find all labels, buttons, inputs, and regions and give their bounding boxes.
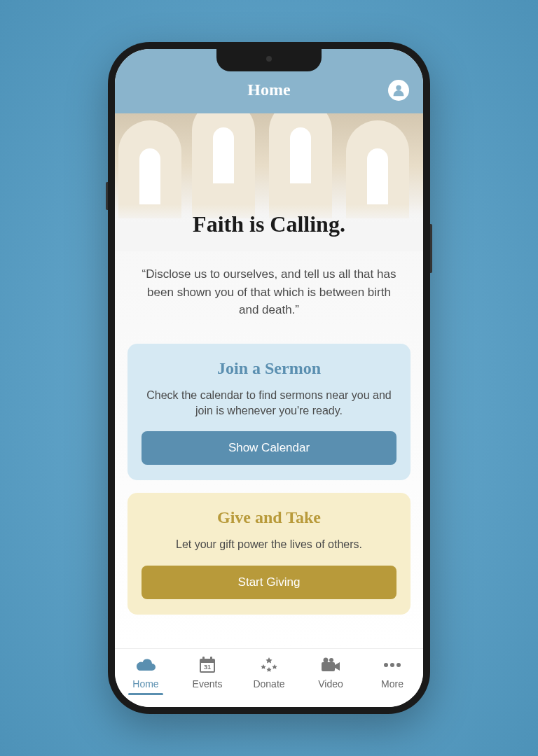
svg-rect-8 xyxy=(322,662,335,671)
svg-point-7 xyxy=(329,658,333,662)
start-giving-button[interactable]: Start Giving xyxy=(142,566,396,599)
hero-image xyxy=(115,113,423,218)
tab-events[interactable]: 31 Events xyxy=(177,656,238,690)
svg-point-10 xyxy=(390,663,394,667)
svg-rect-4 xyxy=(202,657,205,660)
svg-text:31: 31 xyxy=(204,664,211,671)
give-card-title: Give and Take xyxy=(142,508,396,527)
calendar-icon: 31 xyxy=(197,656,218,674)
show-calendar-button[interactable]: Show Calendar xyxy=(142,431,396,465)
hero-title: Faith is Calling. xyxy=(115,204,423,251)
main-content: Faith is Calling. “Disclose us to oursel… xyxy=(115,113,423,648)
give-card-text: Let your gift power the lives of others. xyxy=(142,537,396,552)
svg-point-0 xyxy=(396,85,401,90)
video-icon xyxy=(320,656,341,674)
tab-label: Video xyxy=(318,678,343,690)
sermon-card: Join a Sermon Check the calendar to find… xyxy=(127,344,411,481)
tab-video[interactable]: Video xyxy=(300,656,361,690)
svg-rect-5 xyxy=(210,657,212,660)
tab-label: More xyxy=(381,678,404,690)
tab-label: Home xyxy=(132,678,158,690)
stars-icon xyxy=(258,656,280,674)
tab-bar: Home 31 Events Donate Video xyxy=(115,648,423,707)
tab-label: Events xyxy=(193,678,223,690)
svg-point-11 xyxy=(396,663,401,667)
svg-point-9 xyxy=(384,663,388,667)
quote-text: “Disclose us to ourselves, and tell us a… xyxy=(115,251,423,337)
tab-home[interactable]: Home xyxy=(115,656,177,690)
profile-icon[interactable] xyxy=(388,80,409,101)
tab-more[interactable]: More xyxy=(361,656,423,690)
sermon-card-title: Join a Sermon xyxy=(142,359,396,378)
give-card: Give and Take Let your gift power the li… xyxy=(127,493,411,614)
tab-label: Donate xyxy=(253,678,284,690)
cloud-icon xyxy=(135,656,156,674)
more-icon xyxy=(382,656,403,674)
tab-donate[interactable]: Donate xyxy=(238,656,300,690)
page-title: Home xyxy=(247,80,290,99)
svg-point-6 xyxy=(324,658,329,663)
sermon-card-text: Check the calendar to find sermons near … xyxy=(142,388,396,419)
